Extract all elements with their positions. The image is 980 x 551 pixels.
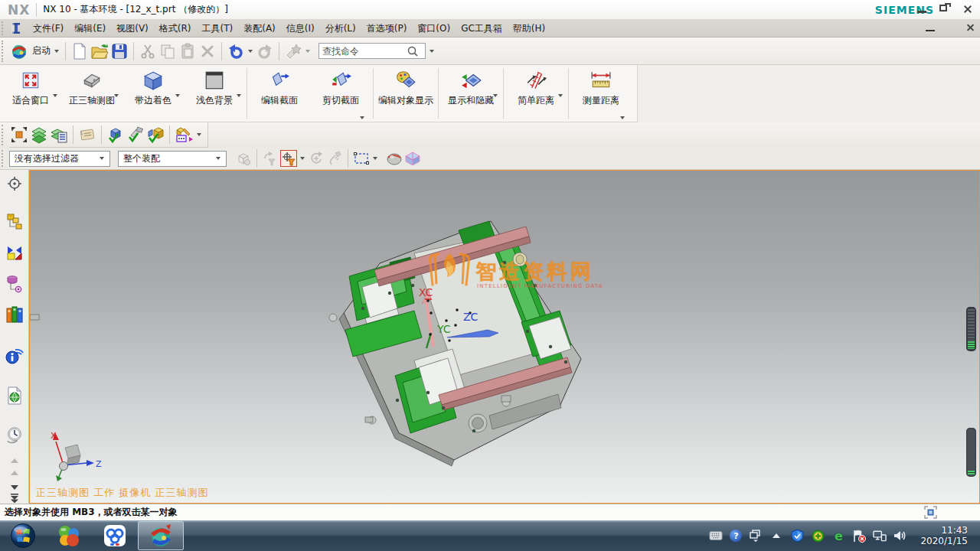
hd3d-tools-icon[interactable]	[5, 347, 24, 365]
help-tray-icon[interactable]: ?	[730, 530, 742, 542]
delete-icon[interactable]	[198, 41, 217, 61]
menu-item-assemblies[interactable]: 装配(A)	[238, 20, 281, 37]
fit-dropdown-caret[interactable]	[53, 94, 57, 97]
menu-item-window[interactable]: 窗口(O)	[412, 20, 456, 37]
snap-dropdown-caret[interactable]	[300, 157, 305, 160]
selection-scope-dropdown[interactable]: 整个装配	[118, 151, 227, 167]
background-dropdown-caret[interactable]	[237, 94, 241, 97]
annotation-note-icon[interactable]	[77, 125, 97, 145]
render-style-dropdown-caret[interactable]	[175, 94, 180, 97]
highlight-filter-icon[interactable]	[262, 150, 279, 167]
child-restore-button[interactable]	[945, 23, 956, 32]
web-browser-icon[interactable]	[5, 386, 24, 405]
toolbar-grip[interactable]	[2, 21, 6, 35]
constraint-navigator-icon[interactable]	[5, 243, 24, 262]
menu-item-format[interactable]: 格式(R)	[154, 20, 197, 37]
child-minimize-button[interactable]	[925, 23, 936, 32]
toolbar-grip[interactable]	[2, 125, 6, 145]
shaded-object-icon[interactable]	[386, 150, 403, 167]
graphics-viewport[interactable]: XC YC ZC X Z	[29, 170, 980, 504]
action-center-flag-icon[interactable]	[852, 529, 866, 543]
desktop-preview-icon[interactable]	[749, 529, 763, 543]
light-background-button[interactable]: 浅色背景	[184, 65, 245, 122]
menu-item-preferences[interactable]: 首选项(P)	[361, 20, 413, 37]
show-hide-button[interactable]: 显示和隐藏	[440, 65, 501, 122]
copy-icon[interactable]	[158, 41, 178, 61]
fixture-assembly-model[interactable]: XC YC ZC X Z	[30, 171, 979, 503]
menu-item-tools[interactable]: 工具(T)	[197, 20, 239, 37]
edit-section-button[interactable]: 编辑截面	[249, 65, 310, 122]
assembly-navigator-icon[interactable]	[5, 213, 24, 231]
move-component-check-icon[interactable]	[126, 125, 145, 145]
network-icon[interactable]	[873, 529, 887, 543]
clip-dropdown-caret[interactable]	[360, 116, 364, 119]
measure-distance-button[interactable]: 测量距离	[570, 65, 632, 122]
menu-item-information[interactable]: 信息(I)	[281, 20, 320, 37]
viewport-slider-lower[interactable]	[966, 428, 976, 477]
scroll-down-double-icon[interactable]	[5, 493, 24, 504]
simple-distance-button[interactable]: 简单距离	[505, 65, 567, 122]
history-icon[interactable]	[5, 426, 24, 445]
start-dropdown-caret[interactable]	[54, 50, 59, 53]
transparent-cube-icon[interactable]	[404, 150, 421, 167]
measure-dropdown-caret[interactable]	[620, 116, 625, 119]
scroll-up2-icon[interactable]	[5, 468, 24, 478]
select-within-assembly-icon[interactable]	[235, 150, 252, 167]
marquee-select-icon[interactable]	[353, 150, 370, 167]
drag-component-icon[interactable]	[326, 150, 343, 167]
browser-tray-icon[interactable]: e	[831, 529, 845, 543]
paste-icon[interactable]	[178, 41, 198, 61]
start-menu-label[interactable]: 启动	[32, 44, 51, 57]
view-dropdown-caret[interactable]	[114, 94, 119, 97]
reuse-library-icon[interactable]	[5, 305, 24, 324]
menu-item-gc-toolbox[interactable]: GC工具箱	[456, 20, 508, 37]
start-globe-icon[interactable]	[9, 41, 29, 61]
marquee-dropdown-caret[interactable]	[373, 157, 377, 160]
toolbar-grip[interactable]	[2, 150, 6, 167]
input-keyboard-icon[interactable]	[709, 529, 723, 543]
taskbar-app-netdisk[interactable]	[92, 520, 138, 551]
utility-dropdown-caret[interactable]	[197, 133, 201, 136]
close-button[interactable]	[962, 4, 974, 15]
undo-dropdown-caret[interactable]	[248, 50, 253, 53]
edit-object-display-button[interactable]: 编辑对象显示	[375, 65, 436, 122]
search-icon[interactable]	[407, 45, 419, 57]
show-hide-dropdown-caret[interactable]	[493, 94, 498, 97]
scroll-up-icon[interactable]	[5, 455, 24, 466]
menu-item-view[interactable]: 视图(V)	[111, 20, 154, 37]
finder-dropdown-caret[interactable]	[305, 50, 310, 53]
search-input[interactable]	[322, 46, 407, 57]
volume-icon[interactable]	[893, 529, 907, 543]
command-finder-icon[interactable]	[283, 41, 303, 61]
menu-item-edit[interactable]: 编辑(E)	[69, 20, 111, 37]
snap-point-icon[interactable]	[9, 125, 29, 145]
part-navigator-icon[interactable]	[5, 275, 24, 293]
select-rect-status-icon[interactable]	[924, 506, 937, 519]
show-hidden-icons-button[interactable]	[769, 529, 783, 543]
minimize-button[interactable]	[916, 4, 928, 15]
taskbar-app-nx-active[interactable]	[138, 521, 184, 550]
undo-icon[interactable]	[226, 41, 246, 61]
assembly-constraint-check-icon[interactable]	[106, 125, 126, 145]
selection-filter-dropdown[interactable]: 没有选择过滤器	[9, 151, 110, 167]
rotate-point-icon[interactable]	[308, 150, 325, 167]
new-file-icon[interactable]	[70, 41, 90, 61]
shaded-with-edges-button[interactable]: 带边着色	[122, 65, 184, 122]
update-plus-icon[interactable]	[811, 529, 825, 543]
toolbar-grip[interactable]	[2, 41, 6, 62]
cut-icon[interactable]	[138, 41, 158, 61]
roadmap-icon[interactable]	[5, 176, 24, 191]
layer-settings-icon[interactable]	[29, 125, 49, 145]
fit-window-button[interactable]: 适合窗口	[0, 65, 61, 122]
assembly-arrangement-check-icon[interactable]	[145, 125, 165, 145]
taskbar-clock[interactable]: 11:43 2020/1/15	[914, 525, 972, 546]
layer-category-icon[interactable]	[49, 125, 69, 145]
open-file-icon[interactable]	[90, 41, 109, 61]
isometric-view-button[interactable]: 正三轴测图	[61, 65, 122, 122]
search-dropdown-caret[interactable]	[430, 50, 434, 53]
scroll-down-icon[interactable]	[5, 482, 24, 493]
snap-filter-active-icon[interactable]	[280, 150, 297, 167]
start-button[interactable]	[0, 520, 46, 551]
menu-item-file[interactable]: 文件(F)	[28, 20, 69, 37]
command-search-box[interactable]	[318, 43, 426, 59]
